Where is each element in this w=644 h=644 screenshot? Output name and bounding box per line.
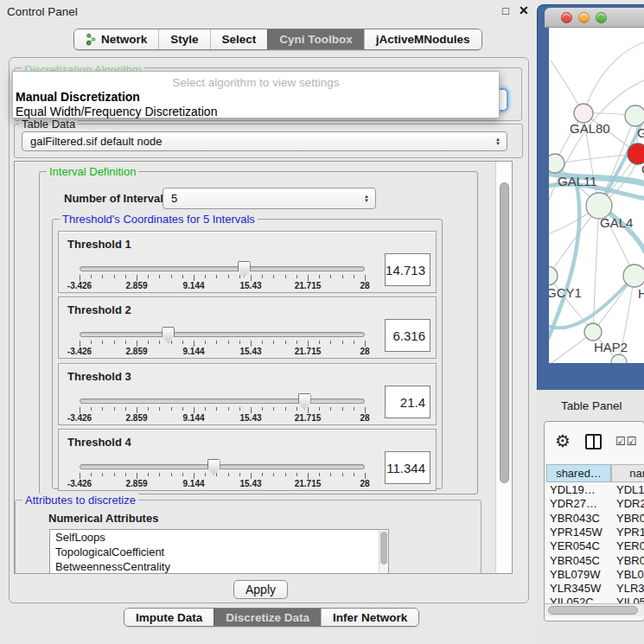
- checkbox-icons[interactable]: ☑☑: [615, 435, 637, 448]
- table-cell[interactable]: YBR043C: [550, 512, 610, 525]
- zoom-traffic-light-button[interactable]: [596, 12, 607, 23]
- horizontal-scrollbar[interactable]: [545, 603, 644, 616]
- number-of-intervals-value: 5: [171, 192, 177, 205]
- table-cell[interactable]: YDL19: [616, 483, 644, 496]
- slider-axis-labels: -3.4262.8599.14415.4321.71528: [80, 479, 365, 488]
- slider-axis-labels: -3.4262.8599.14415.4321.71528: [80, 347, 365, 356]
- group-title: Threshold's Coordinates for 5 Intervals: [60, 213, 258, 226]
- tab-cyni-toolbox[interactable]: Cyni Toolbox: [267, 29, 364, 49]
- threshold-panel: Threshold 4-3.4262.8599.14415.4321.71528…: [58, 429, 437, 491]
- threshold-panel: Threshold 3-3.4262.8599.14415.4321.71528…: [58, 363, 437, 425]
- dropdown-option[interactable]: Equal Width/Frequency Discretization: [16, 105, 217, 118]
- minimize-traffic-light-button[interactable]: [578, 12, 590, 23]
- list-scrollbar-thumb[interactable]: [380, 532, 387, 564]
- window-title: Control Panel: [7, 5, 78, 18]
- table-data-combobox[interactable]: galFiltered.sif default node ▲▼: [22, 131, 507, 151]
- tab-infer-network[interactable]: Infer Network: [321, 609, 418, 626]
- table-row[interactable]: YDR27…YDR27: [545, 497, 644, 511]
- group-title: Interval Definition: [47, 165, 138, 178]
- network-window-titlebar[interactable]: [545, 8, 644, 28]
- threshold-value-field[interactable]: 6.316: [385, 319, 430, 352]
- table-cell[interactable]: YBR045C: [616, 554, 644, 567]
- numerical-attributes-list[interactable]: SelfLoopsTopologicalCoefficientBetweenne…: [49, 529, 389, 574]
- tab-label: Infer Network: [333, 611, 407, 624]
- horizontal-scrollbar-thumb[interactable]: [548, 606, 638, 615]
- table-cell[interactable]: YBR045C: [550, 554, 610, 567]
- float-window-icon[interactable]: □: [502, 4, 509, 17]
- table-cell[interactable]: YPR145W: [550, 526, 610, 539]
- close-traffic-light-button[interactable]: [561, 12, 572, 23]
- node-G-partial[interactable]: [625, 105, 644, 126]
- tab-label: Network: [101, 33, 147, 46]
- table-row[interactable]: YER054CYER054C: [545, 539, 644, 553]
- column-view-icon[interactable]: [585, 434, 602, 450]
- table-cell[interactable]: YPR145W: [616, 526, 644, 539]
- table-row[interactable]: YBL079WYBL079W: [545, 568, 644, 582]
- table-cell[interactable]: YLR345W: [616, 582, 644, 595]
- thresholds-group: Threshold's Coordinates for 5 Intervals …: [52, 219, 443, 489]
- table-cell[interactable]: YBL079W: [550, 568, 610, 581]
- column-header-shared-name[interactable]: shared…: [546, 464, 611, 482]
- table-cell[interactable]: YDL19…: [550, 483, 610, 496]
- slider-track[interactable]: [80, 332, 365, 337]
- threshold-panel: Threshold 1-3.4262.8599.14415.4321.71528…: [58, 231, 437, 293]
- node-GAL11[interactable]: [549, 154, 564, 173]
- node-HAP2[interactable]: [584, 323, 602, 341]
- group-title: Attributes to discretize: [22, 494, 138, 507]
- table-cell[interactable]: YDR27…: [550, 497, 610, 510]
- vertical-scrollbar[interactable]: [495, 162, 512, 573]
- number-of-intervals-combobox[interactable]: 5 ▲▼: [163, 188, 376, 209]
- numerical-attributes-label: Numerical Attributes: [48, 512, 158, 525]
- network-icon: [86, 33, 97, 46]
- dropdown-option[interactable]: Manual Discretization: [16, 90, 140, 104]
- column-header-name[interactable]: name: [611, 464, 644, 482]
- threshold-value-field[interactable]: 21.4: [385, 386, 430, 418]
- table-data-group: Table Data galFiltered.sif default node …: [14, 124, 523, 158]
- table-cell[interactable]: YER054C: [550, 539, 610, 552]
- table-row[interactable]: YLR345WYLR345W: [545, 582, 644, 596]
- node-GAL80[interactable]: [574, 104, 593, 123]
- network-canvas[interactable]: GAL80GCGAL11GAL4GCY1HHAP2: [549, 28, 644, 363]
- attribute-list-item[interactable]: BetweennessCentrality: [50, 559, 388, 574]
- apply-button[interactable]: Apply: [233, 580, 288, 599]
- attribute-list-item[interactable]: TopologicalCoefficient: [50, 545, 388, 559]
- network-edge[interactable]: [549, 80, 644, 209]
- close-window-icon[interactable]: ✕: [519, 3, 529, 17]
- threshold-label: Threshold 1: [67, 238, 131, 251]
- network-thick-edge[interactable]: [549, 177, 579, 341]
- slider-track[interactable]: [80, 399, 365, 404]
- table-row[interactable]: YDL19…YDL19: [545, 483, 644, 497]
- slider-axis-labels: -3.4262.8599.14415.4321.71528: [80, 281, 365, 290]
- table-cell[interactable]: YBL079W: [616, 568, 644, 581]
- slider-axis-labels: -3.4262.8599.14415.4321.71528: [80, 413, 365, 423]
- list-scrollbar[interactable]: [379, 530, 388, 574]
- table-row[interactable]: YBR045CYBR045C: [545, 554, 644, 568]
- table-cell[interactable]: YBR043C: [616, 512, 644, 525]
- attribute-list-item[interactable]: SelfLoops: [50, 530, 388, 545]
- node-label: GAL80: [570, 121, 610, 136]
- tab-label: jActiveMNodules: [376, 33, 470, 46]
- table-cell[interactable]: YDR27: [616, 497, 644, 510]
- threshold-value-field[interactable]: 11.344: [385, 451, 430, 484]
- tab-discretize-data[interactable]: Discretize Data: [214, 609, 321, 626]
- network-edge[interactable]: [583, 41, 644, 113]
- table-cell[interactable]: YLR345W: [550, 582, 610, 595]
- tab-select[interactable]: Select: [210, 29, 268, 49]
- table-row[interactable]: YBR043CYBR043C: [545, 512, 644, 526]
- node-GCY1[interactable]: [549, 266, 558, 285]
- tab-network[interactable]: Network: [74, 29, 158, 49]
- tab-impute-data[interactable]: Impute Data: [124, 609, 214, 626]
- tab-label: Cyni Toolbox: [279, 33, 353, 46]
- tab-style[interactable]: Style: [158, 29, 209, 49]
- table-row[interactable]: YPR145WYPR145W: [545, 526, 644, 539]
- tab-jactivemnodules[interactable]: jActiveMNodules: [364, 29, 481, 49]
- node-H-partial[interactable]: [623, 265, 644, 287]
- vertical-scrollbar-thumb[interactable]: [500, 182, 509, 483]
- gear-icon[interactable]: ⚙: [555, 430, 571, 451]
- slider-track[interactable]: [80, 266, 365, 271]
- dropdown-prompt: Select algorithm to view settings: [13, 76, 499, 89]
- threshold-value-field[interactable]: 14.713: [385, 253, 430, 286]
- table-cell[interactable]: YER054C: [616, 539, 644, 552]
- slider-track[interactable]: [80, 464, 365, 469]
- node-label: GAL4: [600, 215, 633, 230]
